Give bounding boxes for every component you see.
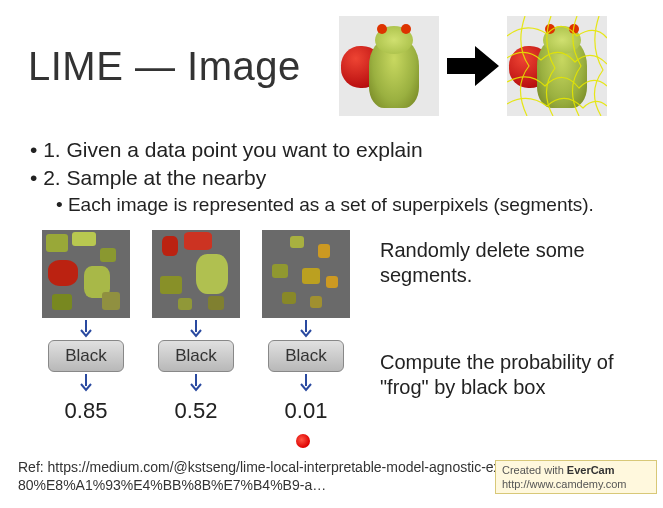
annotation-compute-prob: Compute the probability of "frog" by bla…	[380, 350, 620, 400]
example-col-1: Black 0.85	[40, 230, 132, 424]
probability-1: 0.85	[65, 398, 108, 424]
example-col-3: Black 0.01	[260, 230, 352, 424]
arrow-down-icon	[299, 320, 313, 338]
blackbox-1: Black	[48, 340, 124, 372]
evercam-watermark: Created with EverCam http://www.camdemy.…	[495, 460, 657, 494]
frog-segmented-image	[507, 16, 607, 116]
bullet-1: • 1. Given a data point you want to expl…	[30, 138, 643, 162]
slide-title: LIME — Image	[28, 44, 301, 89]
header-illustration	[339, 16, 607, 116]
perturbed-image-2	[152, 230, 240, 318]
bullet-list: • 1. Given a data point you want to expl…	[0, 124, 663, 216]
watermark-url: http://www.camdemy.com	[502, 478, 627, 490]
frog-original-image	[339, 16, 439, 116]
annotation-delete-segments: Randomly delete some segments.	[380, 238, 620, 288]
example-columns: Black 0.85 Black 0.52	[40, 230, 352, 424]
blackbox-3: Black	[268, 340, 344, 372]
arrow-down-icon	[299, 374, 313, 392]
probability-3: 0.01	[285, 398, 328, 424]
arrow-down-icon	[79, 374, 93, 392]
arrow-right-icon	[447, 44, 499, 88]
perturbed-image-3	[262, 230, 350, 318]
perturbed-image-1	[42, 230, 130, 318]
side-annotations: Randomly delete some segments. Compute t…	[380, 230, 620, 424]
bullet-3: • Each image is represented as a set of …	[56, 194, 643, 216]
examples-row: Black 0.85 Black 0.52	[0, 216, 663, 424]
example-col-2: Black 0.52	[150, 230, 242, 424]
arrow-down-icon	[189, 374, 203, 392]
blackbox-2: Black	[158, 340, 234, 372]
watermark-brand: EverCam	[567, 464, 615, 476]
probability-2: 0.52	[175, 398, 218, 424]
laser-pointer-icon	[296, 434, 310, 448]
bullet-2: • 2. Sample at the nearby	[30, 166, 643, 190]
arrow-down-icon	[79, 320, 93, 338]
arrow-down-icon	[189, 320, 203, 338]
watermark-line1a: Created with	[502, 464, 567, 476]
header: LIME — Image	[0, 0, 663, 124]
